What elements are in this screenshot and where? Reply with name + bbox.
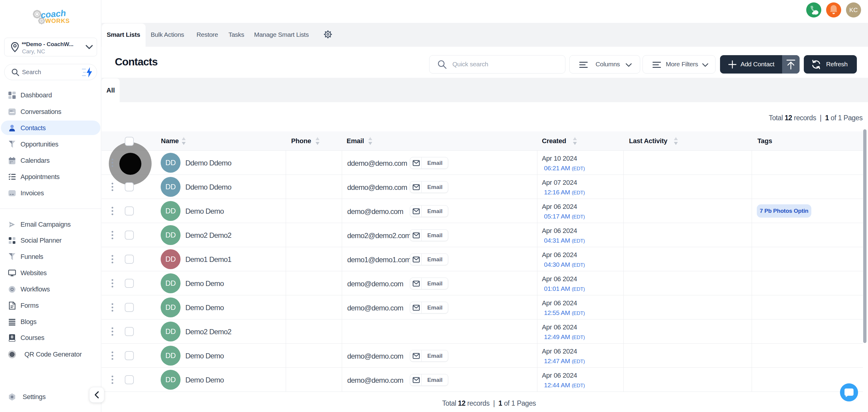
svg-text:WORKS: WORKS bbox=[45, 18, 70, 24]
